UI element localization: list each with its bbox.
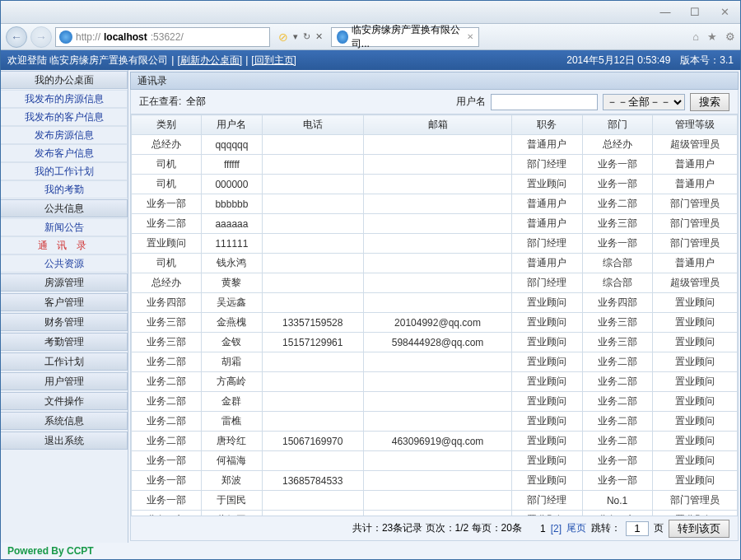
table-cell: 置业顾问 (512, 451, 582, 471)
table-cell (262, 511, 363, 517)
refresh-icon[interactable]: ↻ (303, 31, 310, 42)
url-port: :53622/ (151, 31, 184, 43)
go-page-button[interactable]: 转到该页 (669, 520, 729, 538)
table-row[interactable]: 业务二部唐玲红15067169970463096919@qq.com置业顾问业务… (132, 432, 738, 451)
sidebar-header[interactable]: 我的办公桌面 (1, 71, 128, 89)
tab-close-icon[interactable]: ✕ (467, 32, 473, 41)
table-row[interactable]: 置业顾问111111部门经理业务一部部门管理员 (132, 234, 738, 254)
sidebar-header[interactable]: 房源管理 (1, 273, 128, 292)
table-row[interactable]: 业务四部吴远鑫置业顾问业务四部置业顾问 (132, 293, 738, 313)
table-row[interactable]: 业务二部方高岭置业顾问业务二部置业顾问 (132, 372, 738, 392)
home-link[interactable]: [回到主页] (251, 54, 296, 68)
maximize-button[interactable]: ☐ (684, 5, 706, 20)
close-button[interactable]: ✕ (714, 5, 735, 20)
home-icon[interactable]: ⌂ (692, 30, 699, 43)
contacts-table: 类别用户名电话邮箱职务部门管理等级 总经办qqqqqq普通用户总经办超级管理员司… (131, 114, 738, 516)
viewing-value: 全部 (186, 95, 206, 109)
sidebar-header[interactable]: 公共信息 (1, 199, 128, 217)
table-cell (262, 392, 363, 412)
table-row[interactable]: 业务一部于国民部门经理No.1部门管理员 (132, 491, 738, 511)
table-cell: 置业顾问 (512, 471, 582, 491)
table-row[interactable]: 司机钱永鸿普通用户综合部普通用户 (132, 254, 738, 273)
sidebar-item[interactable]: 我的工作计划 (1, 162, 128, 180)
table-cell: 部门管理员 (652, 194, 737, 214)
table-cell: 超级管理员 (652, 273, 737, 293)
table-cell: 普通用户 (512, 214, 582, 234)
table-cell: 部门经理 (512, 273, 582, 293)
forward-button[interactable]: → (30, 26, 52, 48)
browser-tab[interactable]: 临安房缘房产置换有限公司... ✕ (331, 27, 479, 47)
sidebar-header[interactable]: 客户管理 (1, 293, 128, 311)
username-input[interactable] (491, 94, 598, 110)
page-2-link[interactable]: [2] (551, 523, 562, 534)
sidebar-header[interactable]: 系统信息 (1, 412, 128, 430)
address-bar[interactable]: http://localhost:53622/ (55, 27, 270, 47)
table-cell: 普通用户 (512, 254, 582, 273)
jump-input[interactable] (626, 521, 649, 536)
sidebar-item[interactable]: 通 讯 录 (1, 236, 128, 254)
sidebar-item[interactable]: 我发布的房源信息 (1, 90, 128, 108)
table-row[interactable]: 业务二部雷樵置业顾问业务二部置业顾问 (132, 412, 738, 432)
table-cell: 业务一部 (582, 155, 652, 175)
welcome-text: 欢迎登陆 临安房缘房产置换有限公司 (7, 54, 168, 68)
table-cell: 置业顾问 (652, 293, 737, 313)
settings-icon[interactable]: ⚙ (725, 30, 735, 43)
sidebar-item[interactable]: 我发布的客户信息 (1, 108, 128, 126)
app-banner: 欢迎登陆 临安房缘房产置换有限公司 | [刷新办公桌面] | [回到主页] 20… (1, 50, 740, 70)
pager-summary: 共计：23条记录 页次：1/2 每页：20条 (352, 521, 522, 535)
table-row[interactable]: 业务三部金燕槐1335715952820104992@qq.com置业顾问业务三… (132, 313, 738, 333)
sidebar-header[interactable]: 用户管理 (1, 372, 128, 390)
stop-icon[interactable]: ✕ (315, 31, 323, 42)
favorites-icon[interactable]: ★ (707, 30, 717, 43)
table-row[interactable]: 总经办黄黎部门经理综合部超级管理员 (132, 273, 738, 293)
search-button[interactable]: 搜索 (690, 93, 729, 111)
table-row[interactable]: 总经办qqqqqq普通用户总经办超级管理员 (132, 135, 738, 155)
panel-title: 通讯录 (130, 72, 739, 90)
sidebar-item[interactable]: 发布房源信息 (1, 126, 128, 144)
dropdown-icon[interactable]: ▾ (293, 31, 298, 42)
table-row[interactable]: 业务一部何福海置业顾问业务一部置业顾问 (132, 451, 738, 471)
table-row[interactable]: 业务三部金钗15157129961598444928@qq.com置业顾问业务三… (132, 333, 738, 352)
sidebar-header[interactable]: 财务管理 (1, 313, 128, 331)
main-panel: 通讯录 正在查看: 全部 用户名 －－全部－－ 搜索 类别用户名电话邮箱职务部门… (128, 70, 740, 543)
column-header: 部门 (582, 115, 652, 135)
table-cell (363, 511, 511, 517)
table-row[interactable]: 业务二部aaaaaa普通用户业务三部部门管理员 (132, 214, 738, 234)
table-row[interactable]: 业务一部bbbbbb普通用户业务二部部门管理员 (132, 194, 738, 214)
table-row[interactable]: 业务二部胡霜置业顾问业务二部置业顾问 (132, 352, 738, 372)
table-row[interactable]: 司机000000置业顾问业务一部普通用户 (132, 175, 738, 194)
table-cell (363, 352, 511, 372)
column-header: 电话 (262, 115, 363, 135)
table-cell: 业务二部 (582, 432, 652, 451)
sidebar-item[interactable]: 新闻公告 (1, 218, 128, 236)
sidebar-header[interactable]: 文件操作 (1, 392, 128, 410)
table-cell: 业务一部 (582, 511, 652, 517)
sidebar-header[interactable]: 工作计划 (1, 352, 128, 371)
table-cell: 业务四部 (132, 293, 202, 313)
sidebar-header[interactable]: 考勤管理 (1, 333, 128, 351)
table-row[interactable]: 业务一部蓝红亚置业顾问业务一部置业顾问 (132, 511, 738, 517)
table-cell: 普通用户 (652, 175, 737, 194)
table-cell: 业务二部 (582, 392, 652, 412)
table-cell (262, 372, 363, 392)
table-cell: 业务一部 (132, 451, 202, 471)
table-cell: 业务二部 (132, 214, 202, 234)
table-row[interactable]: 业务二部金群置业顾问业务二部置业顾问 (132, 392, 738, 412)
sidebar-item[interactable]: 我的考勤 (1, 180, 128, 198)
sidebar-item[interactable]: 发布客户信息 (1, 144, 128, 162)
table-row[interactable]: 司机ffffff部门经理业务一部普通用户 (132, 155, 738, 175)
username-label: 用户名 (456, 95, 486, 109)
department-select[interactable]: －－全部－－ (603, 94, 685, 110)
table-row[interactable]: 业务一部郑波13685784533置业顾问业务一部置业顾问 (132, 471, 738, 491)
minimize-button[interactable]: — (655, 5, 676, 20)
table-cell: 业务二部 (582, 352, 652, 372)
last-page-link[interactable]: 尾页 (566, 521, 586, 535)
refresh-desktop-link[interactable]: [刷新办公桌面] (177, 54, 242, 68)
sidebar-header[interactable]: 退出系统 (1, 432, 128, 450)
back-button[interactable]: ← (6, 26, 27, 48)
table-cell (363, 175, 511, 194)
window-titlebar: — ☐ ✕ (1, 1, 740, 24)
sidebar-item[interactable]: 公共资源 (1, 254, 128, 273)
table-cell: 普通用户 (652, 155, 737, 175)
compat-icon[interactable]: ⊘ (278, 30, 288, 44)
